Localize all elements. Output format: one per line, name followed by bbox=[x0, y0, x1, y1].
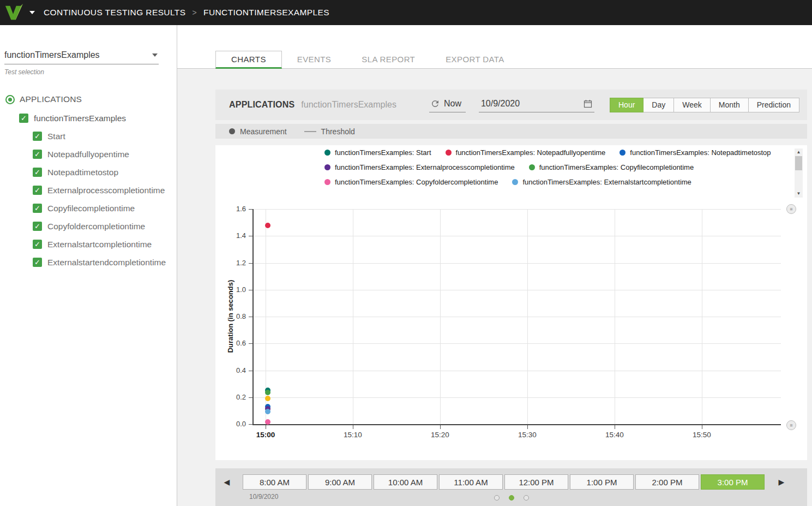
page-dot-1[interactable] bbox=[494, 495, 500, 501]
checkbox-checked-icon[interactable]: ✓ bbox=[33, 204, 42, 213]
tree-item-label: Copyfoldercompletiontime bbox=[47, 222, 145, 231]
checkbox-checked-icon[interactable]: ✓ bbox=[19, 114, 28, 123]
tree-item-copyfilecompletiontime[interactable]: ✓Copyfilecompletiontime bbox=[0, 199, 177, 217]
page-dot-3[interactable] bbox=[524, 495, 529, 501]
range-button-month[interactable]: Month bbox=[710, 98, 749, 112]
measurement-label: Measurement bbox=[240, 127, 287, 136]
x-tick-label: 15:50 bbox=[685, 431, 718, 439]
legend-item-functiontimersexamples-copyfoldercompletiontime[interactable]: functionTimersExamples: Copyfoldercomple… bbox=[324, 175, 498, 189]
legend-item-label: functionTimersExamples: Externalstartcom… bbox=[522, 178, 691, 186]
legend-item-functiontimersexamples-externalprocesscompletiontime[interactable]: functionTimersExamples: Externalprocessc… bbox=[324, 160, 515, 175]
tree-item-externalstartendcompletiontime[interactable]: ✓Externalstartendcompletiontime bbox=[0, 253, 177, 271]
legend-item-label: functionTimersExamples: Externalprocessc… bbox=[335, 163, 515, 171]
v-gridline bbox=[702, 209, 702, 424]
timeslot-button-9-00-am[interactable]: 9:00 AM bbox=[308, 474, 372, 490]
legend-dot-icon bbox=[619, 150, 625, 156]
checkbox-checked-icon[interactable]: ✓ bbox=[33, 186, 42, 195]
x-tick-label: 15:00 bbox=[249, 431, 282, 439]
x-tick-mark bbox=[702, 425, 702, 429]
legend-dot-icon bbox=[529, 164, 535, 170]
timeslot-button-1-00-pm[interactable]: 1:00 PM bbox=[570, 474, 634, 490]
tree-item-externalstartcompletiontime[interactable]: ✓Externalstartcompletiontime bbox=[0, 235, 177, 253]
legend-dot-icon bbox=[446, 150, 452, 156]
scroll-up-icon[interactable]: ▲ bbox=[795, 148, 803, 156]
timeline-prev-arrow[interactable]: ◀ bbox=[219, 477, 235, 487]
tabs-area: CHARTSEVENTSSLA REPORTEXPORT DATA bbox=[177, 25, 812, 69]
tree-item-copyfoldercompletiontime[interactable]: ✓Copyfoldercompletiontime bbox=[0, 217, 177, 235]
tree-children: ✓Start✓Notepadfullyopentime✓Notepadtimet… bbox=[0, 127, 177, 271]
timeline-slots: 8:00 AM9:00 AM10:00 AM11:00 AM12:00 PM1:… bbox=[243, 474, 765, 490]
tabs-row: CHARTSEVENTSSLA REPORTEXPORT DATA bbox=[215, 50, 812, 68]
checkbox-checked-icon[interactable]: ✓ bbox=[33, 132, 42, 141]
legend-item-functiontimersexamples-externalstartcompletiontime[interactable]: functionTimersExamples: Externalstartcom… bbox=[512, 175, 691, 189]
timeslot-button-11-00-am[interactable]: 11:00 AM bbox=[439, 474, 503, 490]
legend-item-functiontimersexamples-notepadtimetostop[interactable]: functionTimersExamples: Notepadtimetosto… bbox=[619, 145, 771, 160]
calendar-icon[interactable] bbox=[584, 99, 592, 108]
checkbox-checked-icon[interactable]: ✓ bbox=[33, 222, 42, 231]
timeline-next-arrow[interactable]: ▶ bbox=[773, 477, 790, 487]
tree-item-label: Copyfilecompletiontime bbox=[47, 204, 135, 213]
scrollbar-thumb[interactable] bbox=[795, 156, 802, 170]
timeslot-button-10-00-am[interactable]: 10:00 AM bbox=[374, 474, 437, 490]
test-selection-value: functionTimersExamples bbox=[4, 50, 100, 60]
page-dot-2[interactable] bbox=[509, 495, 514, 501]
tab-events[interactable]: EVENTS bbox=[282, 50, 346, 68]
panel-title: APPLICATIONS bbox=[229, 100, 294, 110]
main-content: CHARTSEVENTSSLA REPORTEXPORT DATA APPLIC… bbox=[177, 25, 812, 506]
scroll-down-icon[interactable]: ▼ bbox=[795, 190, 803, 198]
timeslot-button-3-00-pm[interactable]: 3:00 PM bbox=[701, 474, 765, 490]
legend-dot-icon bbox=[512, 179, 518, 185]
legend-item-label: functionTimersExamples: Start bbox=[335, 148, 431, 157]
tab-sla-report[interactable]: SLA REPORT bbox=[346, 50, 430, 68]
y-tick-label: 1.2 bbox=[224, 259, 246, 267]
date-input[interactable]: 10/9/2020 bbox=[479, 98, 594, 112]
x-tick-label: 15:30 bbox=[511, 431, 544, 439]
tree-item-start[interactable]: ✓Start bbox=[0, 127, 177, 145]
legend-item-functiontimersexamples-notepadfullyopentime[interactable]: functionTimersExamples: Notepadfullyopen… bbox=[446, 145, 606, 160]
app-logo-icon[interactable] bbox=[4, 3, 23, 22]
refresh-icon bbox=[430, 99, 440, 109]
checkbox-checked-icon[interactable]: ✓ bbox=[33, 150, 42, 159]
legend-item-label: functionTimersExamples: Copyfoldercomple… bbox=[335, 178, 498, 186]
tree-item-root[interactable]: ✓ functionTimersExamples bbox=[0, 109, 177, 127]
tree-item-notepadfullyopentime[interactable]: ✓Notepadfullyopentime bbox=[0, 145, 177, 163]
legend-dot-icon bbox=[324, 164, 330, 170]
y-range-handle-bottom[interactable]: ≡ bbox=[786, 420, 796, 430]
legend-item-functiontimersexamples-externalstartendcompletiontime[interactable]: functionTimersExamples: Externalstartend… bbox=[324, 189, 515, 190]
legend-scrollbar[interactable]: ▲ ▼ bbox=[795, 148, 803, 198]
y-tick-mark bbox=[249, 317, 252, 317]
timeslot-button-8-00-am[interactable]: 8:00 AM bbox=[243, 474, 306, 490]
range-button-day[interactable]: Day bbox=[643, 98, 674, 112]
chart-legend: functionTimersExamples: StartfunctionTim… bbox=[324, 145, 804, 190]
tree-item-externalprocesscompletiontime[interactable]: ✓Externalprocesscompletiontime bbox=[0, 181, 177, 199]
y-tick-label: 0.8 bbox=[224, 312, 246, 320]
refresh-now-button[interactable]: Now bbox=[429, 98, 466, 112]
applications-section-toggle[interactable]: APPLICATIONS bbox=[5, 94, 177, 104]
checkbox-checked-icon[interactable]: ✓ bbox=[33, 168, 42, 177]
plot-area[interactable]: Duration (in seconds) 0.00.20.40.60.81.0… bbox=[252, 209, 781, 425]
y-tick-label: 0.4 bbox=[224, 366, 246, 374]
y-tick-label: 0.0 bbox=[224, 420, 246, 428]
range-button-hour[interactable]: Hour bbox=[610, 98, 643, 112]
tab-export-data[interactable]: EXPORT DATA bbox=[430, 50, 519, 68]
range-button-week[interactable]: Week bbox=[673, 98, 711, 112]
breadcrumb-separator: > bbox=[192, 8, 197, 17]
test-selection-dropdown[interactable]: functionTimersExamples bbox=[4, 50, 159, 64]
x-tick-mark bbox=[527, 425, 528, 429]
checkbox-checked-icon[interactable]: ✓ bbox=[33, 240, 42, 249]
tree-item-notepadtimetostop[interactable]: ✓Notepadtimetostop bbox=[0, 163, 177, 181]
legend-item-label: functionTimersExamples: Notepadfullyopen… bbox=[456, 148, 606, 157]
legend-item-functiontimersexamples-start[interactable]: functionTimersExamples: Start bbox=[324, 145, 431, 160]
timeslot-button-12-00-pm[interactable]: 12:00 PM bbox=[504, 474, 568, 490]
timeslot-button-2-00-pm[interactable]: 2:00 PM bbox=[635, 474, 699, 490]
tab-charts[interactable]: CHARTS bbox=[215, 51, 282, 69]
checkbox-checked-icon[interactable]: ✓ bbox=[33, 258, 42, 267]
app-switcher-caret-icon[interactable] bbox=[29, 11, 35, 14]
breadcrumb-root[interactable]: CONTINUOUS TESTING RESULTS bbox=[44, 8, 185, 17]
legend-item-functiontimersexamples-copyfilecompletiontime[interactable]: functionTimersExamples: Copyfilecompleti… bbox=[529, 160, 694, 175]
x-tick-label: 15:10 bbox=[336, 431, 369, 439]
y-range-handle-top[interactable]: ≡ bbox=[786, 204, 796, 214]
range-button-prediction[interactable]: Prediction bbox=[748, 98, 799, 112]
panel-subtitle: functionTimersExamples bbox=[301, 100, 396, 110]
timeline-dots bbox=[494, 495, 529, 501]
